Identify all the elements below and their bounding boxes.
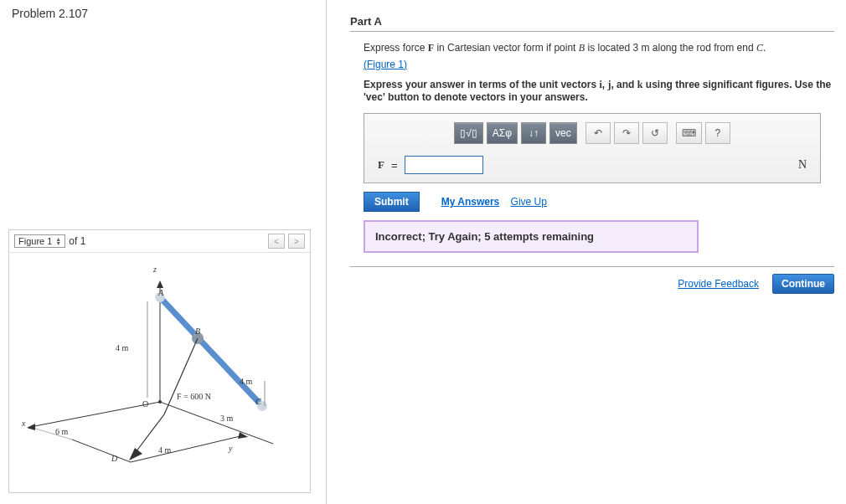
redo-button[interactable]: ↷: [614, 122, 639, 144]
label-4m-right: 4 m: [240, 377, 252, 386]
figure-prev-button[interactable]: <: [268, 234, 285, 249]
answer-unit: N: [798, 158, 807, 172]
continue-button[interactable]: Continue: [772, 274, 834, 294]
answer-lhs: F: [378, 158, 384, 172]
figure-body: z A B O C D x y 4 m 4 m 3 m 4 m 6 m F = …: [9, 253, 310, 491]
label-C: C: [255, 397, 261, 406]
problem-title: Problem 2.107: [0, 0, 326, 27]
keyboard-button[interactable]: ⌨: [676, 122, 702, 144]
submit-button[interactable]: Submit: [364, 192, 420, 212]
answer-equals: =: [391, 159, 398, 172]
figure-next-button[interactable]: >: [288, 234, 305, 249]
help-button[interactable]: ?: [705, 122, 730, 144]
label-z: z: [153, 265, 157, 274]
var-F: F: [428, 42, 434, 54]
feedback-message: Incorrect; Try Again; 5 attempts remaini…: [364, 220, 699, 253]
label-x: x: [22, 419, 25, 428]
part-heading: Part A: [350, 15, 834, 32]
template-button[interactable]: ▯√▯: [454, 122, 483, 144]
vec-button[interactable]: vec: [549, 122, 577, 144]
figure-link[interactable]: (Figure 1): [364, 59, 407, 70]
figure-selector[interactable]: Figure 1 ▲▼: [14, 234, 65, 248]
my-answers-link[interactable]: My Answers: [441, 196, 500, 208]
undo-button[interactable]: ↶: [585, 122, 611, 144]
instruction: Express your answer in terms of the unit…: [364, 79, 834, 103]
right-panel: Part A Express force F in Cartesian vect…: [327, 0, 846, 504]
reset-button[interactable]: ↺: [642, 122, 668, 144]
svg-marker-14: [129, 448, 142, 460]
svg-line-3: [131, 435, 244, 462]
figure-panel: Figure 1 ▲▼ of 1 < >: [8, 229, 311, 493]
answer-box: ▯√▯ ΑΣφ ↓↑ vec ↶ ↷ ↺ ⌨ ?: [364, 113, 821, 183]
answer-input[interactable]: [405, 156, 483, 174]
label-4m-bottom: 4 m: [158, 445, 171, 455]
svg-line-0: [30, 402, 160, 427]
equation-toolbar: ▯√▯ ΑΣφ ↓↑ vec ↶ ↷ ↺ ⌨ ?: [373, 122, 812, 144]
left-panel: Problem 2.107 Figure 1 ▲▼ of 1 < >: [0, 0, 327, 504]
label-A: A: [158, 288, 163, 297]
label-3m: 3 m: [220, 414, 233, 423]
svg-line-13: [164, 338, 198, 414]
stepper-icon: ▲▼: [55, 237, 61, 245]
figure-count: of 1: [69, 235, 85, 247]
label-B: B: [195, 327, 200, 336]
subscript-button[interactable]: ↓↑: [521, 122, 546, 144]
give-up-link[interactable]: Give Up: [511, 196, 547, 208]
svg-marker-6: [157, 280, 163, 288]
label-O: O: [142, 399, 148, 409]
svg-line-2: [72, 440, 131, 462]
label-D: D: [111, 454, 117, 463]
prompt-line: Express force F in Cartesian vector form…: [364, 40, 834, 55]
label-force: F = 600 N: [177, 392, 211, 401]
greek-button[interactable]: ΑΣφ: [487, 122, 518, 144]
svg-line-1: [160, 402, 273, 444]
figure-selector-label: Figure 1: [18, 236, 52, 246]
svg-marker-8: [238, 432, 248, 439]
label-4m-top: 4 m: [116, 343, 128, 352]
label-6m: 6 m: [55, 427, 68, 436]
var-C: C: [756, 42, 763, 54]
svg-marker-7: [27, 424, 35, 430]
provide-feedback-link[interactable]: Provide Feedback: [678, 278, 759, 290]
label-y: y: [229, 444, 232, 453]
svg-point-16: [158, 400, 162, 404]
